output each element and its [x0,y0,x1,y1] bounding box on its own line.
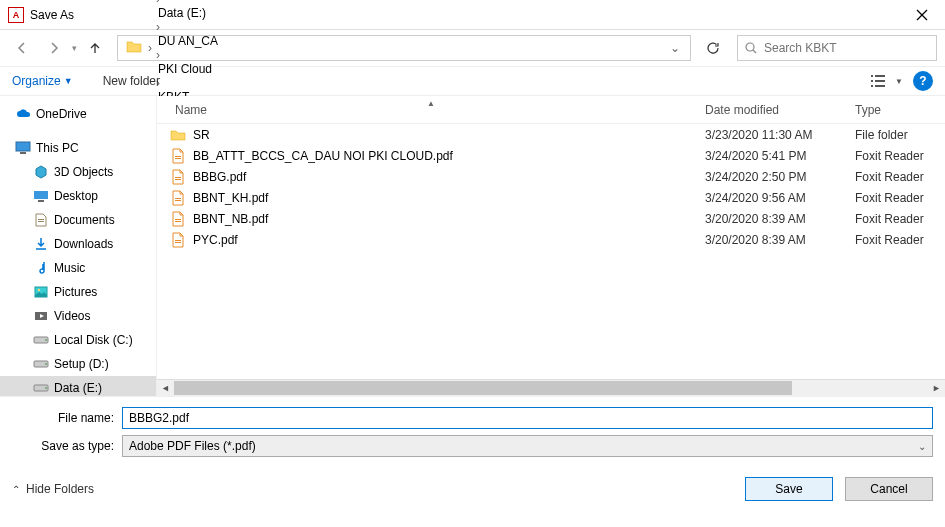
file-date: 3/24/2020 2:50 PM [705,170,855,184]
chevron-right-icon: › [154,48,162,62]
search-input[interactable] [764,41,930,55]
folder-icon [169,128,187,142]
scroll-right-button[interactable]: ► [928,380,945,397]
chevron-right-icon: › [154,20,162,34]
svg-rect-5 [875,80,885,82]
footer: ⌃ Hide Folders Save Cancel [0,467,945,511]
file-row[interactable]: BBBG.pdf3/24/2020 2:50 PMFoxit Reader [157,166,945,187]
address-dropdown[interactable]: ⌄ [664,41,686,55]
file-row[interactable]: SR3/23/2020 11:30 AMFile folder [157,124,945,145]
svg-rect-22 [175,156,181,157]
chevron-down-icon: ⌄ [918,441,926,452]
navitem-label: Setup (D:) [54,357,109,371]
breadcrumb-du-an_ca[interactable]: DU AN_CA [154,34,222,48]
arrow-right-icon [47,41,61,55]
chevron-down-icon: ▼ [64,76,73,86]
column-name[interactable]: ▲ Name [157,103,705,117]
view-button[interactable]: ▼ [870,73,903,89]
navitem-videos[interactable]: Videos [0,304,156,328]
navitem-label: Desktop [54,189,98,203]
file-type: Foxit Reader [855,170,945,184]
navitem-pictures[interactable]: Pictures [0,280,156,304]
column-type[interactable]: Type [855,103,945,117]
svg-rect-8 [20,152,26,154]
svg-point-19 [45,363,47,365]
file-row[interactable]: PYC.pdf3/20/2020 8:39 AMFoxit Reader [157,229,945,250]
column-date[interactable]: Date modified [705,103,855,117]
chevron-right-icon: › [146,41,154,55]
file-type: Foxit Reader [855,233,945,247]
up-button[interactable] [81,34,109,62]
help-button[interactable]: ? [913,71,933,91]
file-name: BBNT_KH.pdf [193,191,268,205]
file-date: 3/20/2020 8:39 AM [705,212,855,226]
navitem-onedrive[interactable]: OneDrive [0,102,156,126]
file-type: Foxit Reader [855,149,945,163]
scroll-left-button[interactable]: ◄ [157,380,174,397]
svg-rect-11 [38,219,44,220]
navitem-documents[interactable]: Documents [0,208,156,232]
forward-button[interactable] [40,34,68,62]
search-box[interactable] [737,35,937,61]
hide-folders-button[interactable]: ⌃ Hide Folders [12,482,94,496]
navitem-downloads[interactable]: Downloads [0,232,156,256]
navitem-label: OneDrive [36,107,87,121]
save-as-type-select[interactable]: Adobe PDF Files (*.pdf) ⌄ [122,435,933,457]
file-name: SR [193,128,210,142]
nav-item-icon [32,310,50,322]
navitem-setup-d-[interactable]: Setup (D:) [0,352,156,376]
arrow-left-icon [15,41,29,55]
scroll-thumb[interactable] [174,381,792,395]
file-name-input[interactable] [122,407,933,429]
horizontal-scrollbar[interactable]: ◄ ► [157,379,945,396]
file-row[interactable]: BBNT_NB.pdf3/20/2020 8:39 AMFoxit Reader [157,208,945,229]
app-icon: A [8,7,24,23]
svg-rect-2 [871,80,873,82]
file-row[interactable]: BBNT_KH.pdf3/24/2020 9:56 AMFoxit Reader [157,187,945,208]
recent-dropdown[interactable]: ▾ [72,43,77,53]
back-button[interactable] [8,34,36,62]
organize-button[interactable]: Organize ▼ [12,74,73,88]
list-header: ▲ Name Date modified Type [157,96,945,124]
address-bar[interactable]: › This PC›Data (E:)›DU AN_CA›PKI Cloud›K… [117,35,691,61]
save-as-type-label: Save as type: [12,439,122,453]
chevron-up-icon: ⌃ [12,484,20,495]
navitem-label: Music [54,261,85,275]
breadcrumb-data-e-[interactable]: Data (E:) [154,6,222,20]
svg-rect-28 [175,219,181,220]
file-date: 3/20/2020 8:39 AM [705,233,855,247]
nav-item-icon [32,382,50,394]
close-button[interactable] [899,0,945,30]
file-name: BBBG.pdf [193,170,246,184]
svg-rect-10 [38,200,44,202]
svg-rect-1 [871,75,873,77]
navigation-bar: ▾ › This PC›Data (E:)›DU AN_CA›PKI Cloud… [0,30,945,66]
navitem-label: Local Disk (C:) [54,333,133,347]
navitem-label: This PC [36,141,79,155]
navitem-thispc[interactable]: This PC [0,136,156,160]
navitem-data-e-[interactable]: Data (E:) [0,376,156,396]
cancel-button[interactable]: Cancel [845,477,933,501]
new-folder-button[interactable]: New folder [103,74,160,88]
save-button[interactable]: Save [745,477,833,501]
file-row[interactable]: BB_ATTT_BCCS_CA_DAU NOI PKI CLOUD.pdf3/2… [157,145,945,166]
pdf-icon [169,148,187,164]
arrow-up-icon [88,41,102,55]
pdf-icon [169,232,187,248]
breadcrumb-pki-cloud[interactable]: PKI Cloud [154,62,222,76]
main-area: OneDrive This PC 3D ObjectsDesktopDocume… [0,96,945,396]
refresh-button[interactable] [699,35,727,61]
scroll-track[interactable] [174,380,928,397]
svg-point-21 [45,387,47,389]
nav-item-icon [32,334,50,346]
navitem-label: Pictures [54,285,97,299]
svg-rect-12 [38,221,44,222]
nav-item-icon [32,213,50,227]
navitem-3d-objects[interactable]: 3D Objects [0,160,156,184]
navitem-local-disk-c-[interactable]: Local Disk (C:) [0,328,156,352]
svg-rect-24 [175,177,181,178]
svg-rect-31 [175,242,181,243]
navitem-music[interactable]: Music [0,256,156,280]
navitem-desktop[interactable]: Desktop [0,184,156,208]
svg-rect-7 [16,142,30,151]
